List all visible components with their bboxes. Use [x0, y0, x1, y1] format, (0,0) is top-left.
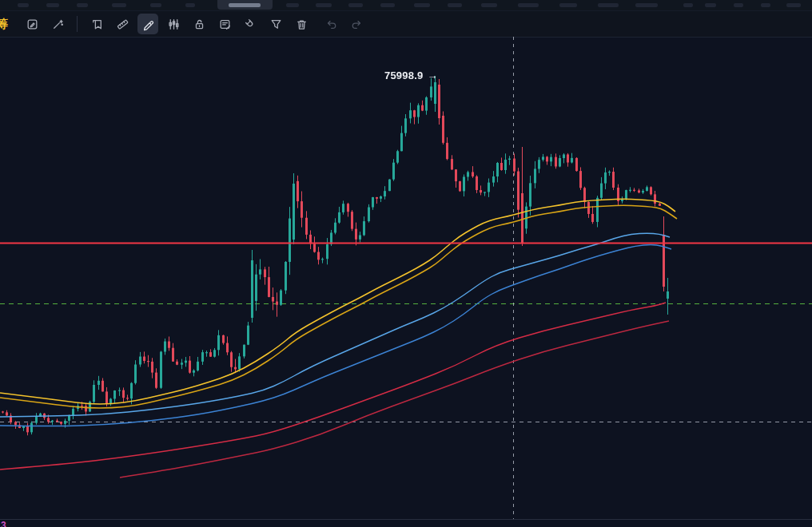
toolbar-separator — [77, 16, 78, 32]
timeframe-fragment — [414, 3, 430, 7]
note-edit-button[interactable] — [214, 14, 235, 34]
timeframe-fragment — [380, 3, 395, 7]
ruler-icon — [116, 18, 129, 31]
timeframe-strip[interactable] — [0, 0, 812, 11]
redo-icon — [350, 18, 364, 31]
timeframe-fragment — [786, 3, 801, 7]
ruler-button[interactable] — [112, 14, 133, 34]
brush-button[interactable] — [137, 14, 158, 34]
lock-icon — [193, 18, 206, 31]
price-annotation[interactable]: 75998.9→ — [384, 69, 438, 81]
trash-button[interactable] — [291, 14, 312, 34]
brush-icon — [141, 18, 155, 31]
bookmark-button[interactable] — [86, 14, 107, 34]
drawing-toolbar: 筹 — [0, 11, 812, 38]
candlestick-canvas[interactable] — [0, 37, 812, 519]
timeframe-fragment — [18, 3, 29, 7]
timeframe-fragment — [761, 3, 770, 7]
candle-pattern-icon — [167, 18, 181, 31]
partial-indicator-label: 3 — [1, 520, 6, 527]
lock-button[interactable] — [189, 14, 209, 34]
timeframe-fragment — [559, 3, 577, 7]
timeframe-fragment — [598, 3, 619, 7]
filter-icon — [269, 18, 283, 31]
magic-wand-icon — [51, 18, 65, 31]
note-edit-icon — [218, 18, 232, 31]
edit-sync-button[interactable] — [22, 14, 42, 34]
timeframe-fragment — [518, 3, 539, 7]
timeframe-fragment — [348, 3, 363, 7]
undo-button[interactable] — [320, 14, 341, 34]
timeframe-fragment — [112, 3, 126, 7]
timeframe-fragment — [705, 3, 716, 7]
chart-area[interactable]: 75998.9→ — [0, 37, 812, 519]
timeframe-fragment — [683, 3, 693, 7]
arrow-right-icon: → — [427, 69, 437, 81]
magnet-icon — [244, 18, 257, 31]
filter-button[interactable] — [265, 14, 286, 34]
bookmark-icon — [90, 18, 104, 31]
timeframe-fragment — [229, 3, 261, 7]
trash-icon — [295, 18, 308, 31]
price-annotation-value: 75998.9 — [384, 69, 423, 81]
timeframe-fragment — [77, 3, 88, 7]
timeframe-fragment — [185, 3, 195, 7]
bottom-bar: 3 — [0, 519, 812, 527]
timeframe-fragment — [286, 3, 299, 7]
candle-pattern-button[interactable] — [163, 14, 184, 34]
redo-button[interactable] — [346, 14, 367, 34]
timeframe-fragment — [150, 3, 161, 7]
timeframe-fragment — [734, 3, 743, 7]
timeframe-fragment — [316, 3, 332, 7]
chip-indicator-label[interactable]: 筹 — [0, 12, 10, 36]
timeframe-fragment — [635, 3, 658, 7]
edit-sync-icon — [26, 18, 39, 31]
magic-wand-button[interactable] — [47, 14, 68, 34]
timeframe-fragment — [481, 3, 497, 7]
timeframe-fragment — [46, 3, 59, 7]
timeframe-fragment — [448, 3, 462, 7]
undo-icon — [324, 18, 338, 31]
magnet-button[interactable] — [240, 14, 261, 34]
